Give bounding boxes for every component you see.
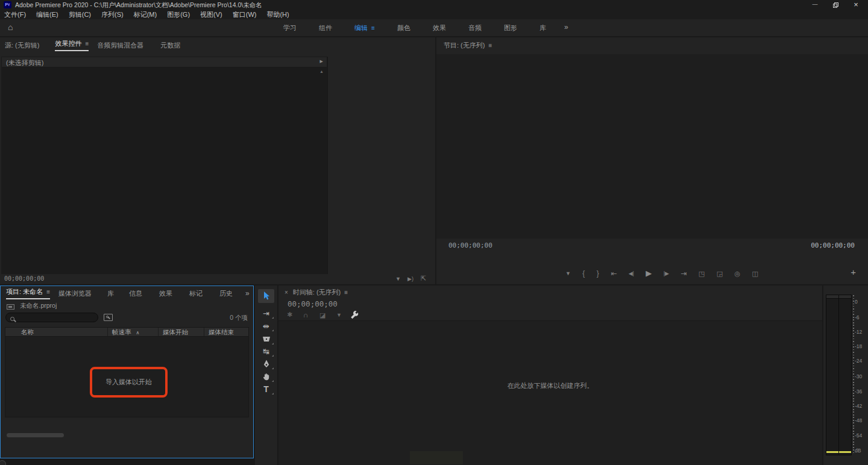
column-name[interactable]: 名称 bbox=[5, 328, 108, 336]
tab-info[interactable]: 信息 bbox=[129, 289, 142, 298]
menu-graphics[interactable]: 图形(G) bbox=[167, 10, 190, 19]
project-file-name[interactable]: 未命名.prproj bbox=[20, 302, 57, 310]
menu-edit[interactable]: 编辑(E) bbox=[36, 10, 58, 19]
step-back-button[interactable]: ◀| bbox=[629, 269, 634, 278]
scroll-up-icon[interactable]: ▲ bbox=[319, 69, 324, 73]
column-media-start[interactable]: 媒体开始 bbox=[159, 328, 204, 336]
tab-source-monitor[interactable]: 源: (无剪辑) bbox=[5, 41, 39, 50]
mark-out-button[interactable]: } bbox=[597, 269, 599, 278]
workspace-tab-audio[interactable]: 音频 bbox=[468, 23, 482, 33]
workspace-tab-assembly[interactable]: 组件 bbox=[319, 23, 332, 33]
tab-media-browser[interactable]: 媒体浏览器 bbox=[58, 289, 92, 298]
project-hscrollbar[interactable] bbox=[5, 432, 249, 438]
tab-markers[interactable]: 标记 bbox=[189, 289, 203, 298]
tab-audio-clip-mixer[interactable]: 音频剪辑混合器 bbox=[97, 41, 143, 50]
clip-selector-expand-icon[interactable]: ▶ bbox=[320, 59, 323, 64]
peak-cap-left bbox=[826, 295, 838, 299]
add-marker-button[interactable]: ▼ bbox=[565, 269, 571, 278]
menu-markers[interactable]: 标记(M) bbox=[134, 10, 157, 19]
play-audio-only-icon[interactable]: ▶) bbox=[407, 274, 414, 284]
minimize-button[interactable]: — bbox=[807, 1, 823, 9]
program-current-timecode[interactable]: 00;00;00;00 bbox=[448, 242, 492, 249]
search-input[interactable] bbox=[19, 314, 95, 321]
timeline-menu-icon[interactable]: ≡ bbox=[344, 289, 348, 296]
import-media-hint[interactable]: 导入媒体以开始 bbox=[105, 378, 152, 387]
db-label: -24 bbox=[855, 358, 862, 363]
tab-metadata[interactable]: 元数据 bbox=[160, 41, 180, 50]
title-bar: Pr Adobe Premiere Pro 2020 - C:\用户\Admin… bbox=[0, 0, 868, 10]
program-menu-icon[interactable]: ≡ bbox=[488, 42, 492, 49]
timeline-timecode[interactable]: 00;00;00;00 bbox=[288, 299, 338, 308]
export-icon[interactable]: ⇱ bbox=[421, 273, 426, 283]
filter-properties-icon[interactable]: ▼ bbox=[395, 274, 401, 284]
extract-button[interactable]: ◲ bbox=[717, 269, 723, 278]
button-editor-plus-icon[interactable]: + bbox=[851, 267, 856, 277]
go-to-out-button[interactable]: ⇥ bbox=[681, 269, 687, 278]
menu-help[interactable]: 帮助(H) bbox=[266, 10, 289, 19]
track-select-forward-tool[interactable]: ⇥ bbox=[255, 307, 277, 319]
go-to-in-button[interactable]: ⇤ bbox=[611, 269, 617, 278]
add-marker-icon[interactable]: ▼ bbox=[336, 312, 342, 318]
column-media-end[interactable]: 媒体结束 bbox=[204, 328, 248, 336]
search-box[interactable] bbox=[5, 313, 98, 322]
snap-icon[interactable]: ∩ bbox=[303, 311, 309, 319]
close-button[interactable]: × bbox=[848, 0, 864, 9]
search-icon bbox=[10, 317, 14, 321]
workspace-tab-menu-icon[interactable]: ≡ bbox=[371, 25, 375, 31]
workspace-tab-graphics[interactable]: 图形 bbox=[504, 23, 517, 33]
workspace-tab-color[interactable]: 颜色 bbox=[397, 23, 410, 33]
timeline-track-area[interactable]: 在此处放下媒体以创建序列。 bbox=[278, 320, 822, 465]
audio-meter-bars[interactable] bbox=[826, 295, 852, 455]
menu-clip[interactable]: 剪辑(C) bbox=[69, 10, 91, 19]
workspace-tab-effects[interactable]: 效果 bbox=[433, 23, 446, 33]
project-tabs-overflow-icon[interactable]: » bbox=[245, 289, 250, 298]
window-title: Adobe Premiere Pro 2020 - C:\用户\Administ… bbox=[15, 1, 262, 10]
selection-tool[interactable] bbox=[255, 290, 277, 302]
project-menu-icon[interactable]: ≡ bbox=[46, 289, 50, 295]
workspace-tab-editing[interactable]: 编辑≡ bbox=[354, 23, 375, 33]
tools-panel: ⇥ ⇹ ↹ T bbox=[255, 286, 277, 465]
effect-controls-timecode[interactable]: 00;00;00;00 bbox=[4, 275, 44, 282]
comparison-view-button[interactable]: ◫ bbox=[752, 269, 758, 278]
tab-effects[interactable]: 效果 bbox=[159, 289, 172, 298]
timeline-toolbar: ✱ ∩ ◪ ▼ bbox=[287, 310, 365, 320]
workspace-tab-learn[interactable]: 学习 bbox=[283, 23, 297, 33]
program-title[interactable]: 节目: (无序列) bbox=[444, 41, 485, 50]
step-forward-button[interactable]: |▶ bbox=[664, 269, 669, 278]
clip-selector-row[interactable]: (未选择剪辑) ▶ bbox=[1, 57, 327, 67]
menu-file[interactable]: 文件(F) bbox=[4, 10, 26, 19]
home-icon[interactable]: ⌂ bbox=[8, 22, 13, 32]
tab-history[interactable]: 历史 bbox=[219, 289, 233, 298]
audio-meters-panel: 0 -6 -12 -18 -24 -30 -36 -42 -48 -54 dB bbox=[823, 286, 868, 465]
slip-tool[interactable]: ↹ bbox=[255, 345, 277, 357]
insert-as-nest-icon[interactable]: ✱ bbox=[287, 311, 292, 319]
type-tool[interactable]: T bbox=[255, 383, 277, 395]
mark-in-button[interactable]: { bbox=[582, 269, 585, 278]
pen-tool[interactable] bbox=[255, 358, 277, 370]
play-button[interactable]: ▶ bbox=[646, 269, 652, 278]
workspace-overflow-icon[interactable]: » bbox=[564, 23, 568, 31]
program-duration-timecode: 00;00;00;00 bbox=[811, 242, 855, 249]
effect-controls-menu-icon[interactable]: ≡ bbox=[85, 40, 89, 47]
export-frame-button[interactable]: ◎ bbox=[734, 269, 740, 278]
menu-view[interactable]: 视图(V) bbox=[200, 10, 222, 19]
menu-sequence[interactable]: 序列(S) bbox=[101, 10, 124, 19]
menu-window[interactable]: 窗口(W) bbox=[233, 10, 257, 19]
project-hscrollbar-thumb[interactable] bbox=[7, 433, 64, 437]
ripple-edit-tool[interactable]: ⇹ bbox=[255, 320, 277, 332]
workspace-tab-libraries[interactable]: 库 bbox=[539, 23, 546, 33]
create-search-bin-icon[interactable] bbox=[104, 314, 113, 321]
timeline-title[interactable]: 时间轴: (无序列) bbox=[293, 288, 341, 297]
lift-button[interactable]: ◳ bbox=[699, 269, 705, 278]
restore-button[interactable] bbox=[833, 2, 838, 8]
hand-tool[interactable] bbox=[255, 370, 277, 382]
tab-libraries[interactable]: 库 bbox=[107, 289, 114, 298]
tab-effect-controls[interactable]: 效果控件≡ bbox=[55, 39, 89, 51]
tab-project[interactable]: 项目: 未命名≡ bbox=[6, 287, 50, 299]
sort-ascending-icon[interactable]: ∧ bbox=[136, 330, 139, 335]
timeline-close-icon[interactable]: × bbox=[285, 289, 288, 296]
timeline-settings-wrench-icon[interactable] bbox=[350, 311, 359, 320]
column-frame-rate[interactable]: 帧速率 ∧ bbox=[108, 328, 159, 336]
linked-selection-icon[interactable]: ◪ bbox=[319, 311, 326, 319]
razor-tool[interactable] bbox=[255, 333, 277, 345]
